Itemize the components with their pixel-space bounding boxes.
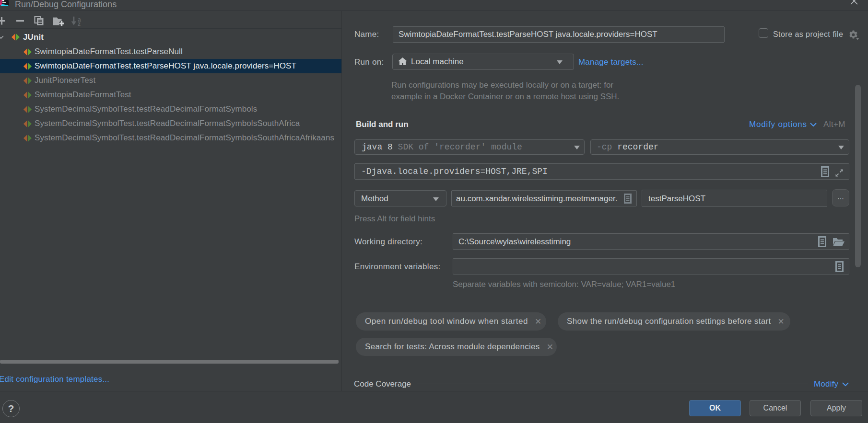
svg-text:z: z [78,21,81,26]
